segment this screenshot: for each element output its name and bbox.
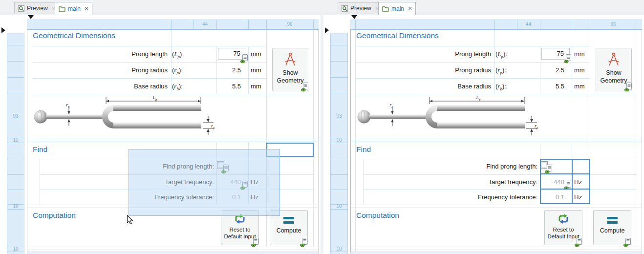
field-label: Prong length xyxy=(32,46,168,62)
section-title-find: Find xyxy=(33,145,47,154)
unit-label: mm xyxy=(251,78,261,94)
field-label: Prong length xyxy=(355,46,491,62)
tab-label: main xyxy=(68,5,81,12)
ruler-label: 10 xyxy=(331,137,347,143)
svg-text:Lp: Lp xyxy=(475,95,481,102)
tab-preview[interactable]: Preview ✕ xyxy=(14,2,60,14)
ruler-label: 44 xyxy=(517,21,540,27)
svg-text:rb: rb xyxy=(66,102,70,109)
equals-icon xyxy=(283,217,294,224)
field-label: Find prong length: xyxy=(402,159,537,174)
section-title-computation: Computation xyxy=(356,211,399,220)
ruler-label: 93 xyxy=(331,113,347,119)
ruler-label: 96 xyxy=(590,21,637,27)
compass-icon xyxy=(283,52,297,67)
visibility-badge-icon xyxy=(624,83,632,92)
tab-bar: Preview ✕ main ✕ xyxy=(323,0,644,15)
symbol-label: (Lp): xyxy=(172,46,215,62)
unit-label: mm xyxy=(574,62,585,78)
folder-icon xyxy=(59,6,65,12)
row-marker-icon xyxy=(1,27,5,33)
target-frequency-field[interactable]: 440 xyxy=(540,174,564,190)
ruler-ticks xyxy=(331,33,347,254)
symbol-label: (rp): xyxy=(495,62,538,78)
ruler-label: 10 xyxy=(7,203,24,209)
tab-label: main xyxy=(391,5,404,12)
section-title-geometry: Geometrical Dimensions xyxy=(33,31,115,40)
equals-icon xyxy=(607,217,618,224)
visibility-badge-icon xyxy=(564,181,571,190)
visibility-badge-icon xyxy=(545,165,552,174)
unit-label: Hz xyxy=(574,190,582,205)
tab-bar: Preview ✕ main ✕ xyxy=(0,0,321,15)
visibility-badge-icon xyxy=(251,238,258,247)
visibility-badge-icon xyxy=(564,54,571,64)
ruler-label: 10 xyxy=(331,246,347,252)
mouse-cursor xyxy=(127,215,133,225)
field-label: Base radius xyxy=(355,78,491,94)
tuning-fork-image[interactable]: Lp rb rp xyxy=(32,95,220,137)
symbol-label: (rp): xyxy=(172,62,215,78)
unit-label: mm xyxy=(251,62,261,78)
split-view: Preview ✕ main ✕ 44 96 93 10 10 10 xyxy=(0,0,644,254)
tab-main[interactable]: main ✕ xyxy=(378,2,416,15)
ruler-label: 44 xyxy=(193,21,216,27)
ruler-label: 10 xyxy=(7,246,24,252)
ruler-left[interactable]: 93 10 10 10 xyxy=(7,33,24,254)
unit-label: mm xyxy=(574,78,585,94)
field-label: Prong radius xyxy=(355,62,491,78)
compass-icon xyxy=(607,52,621,67)
tab-preview[interactable]: Preview ✕ xyxy=(338,2,383,14)
column-marker-icon xyxy=(351,15,357,19)
prong-radius-field[interactable]: 2.5 xyxy=(216,62,241,78)
ruler-label: 10 xyxy=(331,203,347,209)
visibility-badge-icon xyxy=(240,54,248,64)
svg-text:Lp: Lp xyxy=(152,95,157,102)
unit-label: mm xyxy=(251,46,261,62)
ruler-top[interactable]: 44 96 xyxy=(350,20,642,29)
section-title-computation: Computation xyxy=(33,211,76,220)
preview-magnifier-icon xyxy=(342,5,348,12)
visibility-badge-icon xyxy=(623,238,631,247)
symbol-label: (rb): xyxy=(172,78,215,94)
section-title-find: Find xyxy=(356,145,371,154)
close-icon[interactable]: ✕ xyxy=(85,6,88,11)
symbol-label: (rb): xyxy=(495,78,538,94)
preview-magnifier-icon xyxy=(18,5,24,12)
base-radius-field[interactable]: 5.5 xyxy=(216,78,241,94)
ruler-label: 96 xyxy=(266,21,313,27)
field-label: Target frequency: xyxy=(402,174,537,190)
visibility-badge-icon xyxy=(575,238,582,247)
svg-text:rb: rb xyxy=(389,102,393,109)
field-label: Prong radius xyxy=(32,62,168,78)
tab-main[interactable]: main ✕ xyxy=(55,2,92,15)
frequency-tolerance-field[interactable]: 0.1 xyxy=(540,190,564,205)
ruler-top[interactable]: 44 96 xyxy=(27,20,319,29)
form-editor-panel-right: Preview ✕ main ✕ 44 96 93 10 10 10 xyxy=(323,0,644,254)
ruler-ticks xyxy=(7,33,24,254)
ruler-left[interactable]: 93 10 10 10 xyxy=(330,33,348,254)
tuning-fork-image[interactable]: Lp rb rp xyxy=(355,95,543,137)
symbol-label: (Lp): xyxy=(495,46,538,62)
field-label: Frequency tolerance: xyxy=(402,190,537,205)
column-marker-icon xyxy=(28,15,34,19)
tab-label: Preview xyxy=(27,5,48,12)
ruler-label: 10 xyxy=(7,137,24,143)
tab-label: Preview xyxy=(350,5,371,12)
field-label: Base radius xyxy=(32,78,168,94)
svg-text:rp: rp xyxy=(211,123,215,130)
base-radius-field[interactable]: 5.5 xyxy=(540,78,564,94)
visibility-badge-icon xyxy=(300,238,307,247)
section-title-geometry: Geometrical Dimensions xyxy=(356,31,439,40)
drag-ghost-overlay xyxy=(129,149,280,216)
prong-radius-field[interactable]: 2.5 xyxy=(540,62,564,78)
unit-label: Hz xyxy=(574,174,582,190)
reset-arrows-icon xyxy=(558,213,569,224)
visibility-badge-icon xyxy=(301,83,308,92)
row-marker-icon xyxy=(325,27,329,33)
folder-icon xyxy=(382,6,389,12)
close-icon[interactable]: ✕ xyxy=(408,6,412,11)
form-editor-panel-left: Preview ✕ main ✕ 44 96 93 10 10 10 xyxy=(0,0,321,254)
svg-text:rp: rp xyxy=(535,123,538,130)
ruler-label: 93 xyxy=(7,113,24,119)
